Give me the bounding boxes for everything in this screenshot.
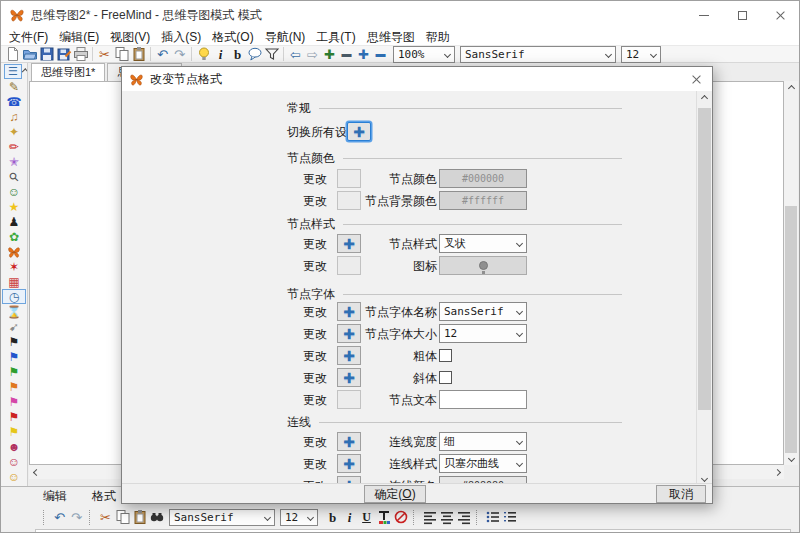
cut-button[interactable]: ✂ [96,46,113,63]
redo-button[interactable]: ↷ [68,509,85,526]
value-dropdown[interactable]: 细 [439,432,527,451]
save-button[interactable] [38,46,55,63]
magnifier-button[interactable]: ⚲ [2,169,26,184]
flag-black-button[interactable]: ⚑ [2,334,26,349]
people-pair-button[interactable]: ☻ [2,439,26,454]
change-toggle-button[interactable] [337,169,361,188]
butterfly-button[interactable] [2,244,26,259]
value-dropdown[interactable]: 叉状 [439,234,527,253]
font-color-button[interactable] [375,509,392,526]
find-button[interactable] [148,509,165,526]
note-menu-item[interactable]: 格式 [92,488,116,505]
flag-green-button[interactable]: ⚑ [2,364,26,379]
scroll-down-arrow[interactable] [784,451,798,465]
align-center-button[interactable] [438,509,455,526]
toggle-all-button[interactable]: ✚ [347,122,371,141]
align-right-button[interactable] [455,509,472,526]
vertical-scrollbar[interactable] [784,81,798,465]
note-bubble-button[interactable] [246,46,263,63]
bullet-list-button[interactable] [484,509,501,526]
change-toggle-button[interactable] [337,256,361,275]
person-yellow-button[interactable]: ☺ [2,469,26,484]
paste-button[interactable] [130,46,147,63]
flag-red-button[interactable]: ⚑ [2,409,26,424]
close-button[interactable] [761,1,799,29]
redo-button[interactable]: ↷ [171,46,188,63]
star-button[interactable]: ★ [2,199,26,214]
scroll-left-arrow[interactable] [29,465,43,479]
align-left-button[interactable] [421,509,438,526]
menu-item[interactable]: 文件(F) [9,29,48,46]
remove-format-button[interactable] [392,509,409,526]
italic-button[interactable]: i [341,509,358,526]
cut-button[interactable]: ✂ [97,509,114,526]
undo-button[interactable]: ↶ [51,509,68,526]
zoom-dropdown[interactable]: 100% [393,46,455,63]
copy-button[interactable] [113,46,130,63]
flag-orange-button[interactable]: ⚑ [2,379,26,394]
open-button[interactable] [21,46,38,63]
font-dropdown[interactable]: SansSerif [460,46,616,63]
menu-item[interactable]: 工具(T) [316,29,355,46]
music-button[interactable]: ♫ [2,109,26,124]
edit-note-button[interactable]: ✎ [2,79,26,94]
dialog-scrollbar[interactable] [696,91,712,485]
hourglass-button[interactable]: ⌛ [2,304,26,319]
dialog-close-button[interactable] [680,67,712,90]
value-dropdown[interactable]: SansSerif [439,302,527,321]
flag-blue-button[interactable]: ⚑ [2,349,26,364]
ok-button[interactable]: 确定(O) [364,485,426,503]
change-toggle-button[interactable] [337,191,361,210]
pencil-red-button[interactable]: ✏ [2,139,26,154]
new-file-button[interactable] [4,46,21,63]
maximize-button[interactable] [723,1,761,29]
dialog-scroll-up[interactable] [697,91,712,105]
save-as-button[interactable] [55,46,72,63]
italic-button[interactable]: i [212,46,229,63]
filter-button[interactable] [263,46,280,63]
menu-item[interactable]: 导航(N) [265,29,306,46]
plus-green-button[interactable]: ✚ [321,46,338,63]
bold-checkbox[interactable] [439,349,452,362]
bold-button[interactable]: b [324,509,341,526]
menu-item[interactable]: 帮助 [426,29,450,46]
numbered-list-button[interactable] [501,509,518,526]
document-tab[interactable]: 思维导图1* [31,63,105,81]
underline-button[interactable]: U [358,509,375,526]
minimize-button[interactable] [685,1,723,29]
node-text-input[interactable] [439,390,527,409]
minus-blue-button[interactable]: ▬ [372,46,389,63]
change-toggle-button[interactable]: ✚ [337,346,361,365]
change-toggle-button[interactable]: ✚ [337,432,361,451]
dialog-scroll-thumb[interactable] [698,108,711,410]
change-toggle-button[interactable]: ✚ [337,324,361,343]
change-toggle-button[interactable]: ✚ [337,454,361,473]
print-button[interactable] [72,46,89,63]
menu-item[interactable]: 视图(V) [110,29,150,46]
note-font-size-dropdown[interactable]: 12 [280,509,318,526]
bird-red-button[interactable]: ✶ [2,259,26,274]
flag-yellow-button[interactable]: ⚑ [2,424,26,439]
back-button[interactable]: ⇦ [287,46,304,63]
value-dropdown[interactable]: 贝塞尔曲线 [439,454,527,473]
note-font-dropdown[interactable]: SansSerif [169,509,275,526]
italic-checkbox[interactable] [439,371,452,384]
change-toggle-button[interactable]: ✚ [337,302,361,321]
lightbulb-button[interactable] [195,46,212,63]
menu-item[interactable]: 思维导图 [367,29,415,46]
phone-button[interactable]: ☎ [2,94,26,109]
menu-item[interactable]: 格式(O) [212,29,253,46]
scroll-right-arrow[interactable] [770,465,784,479]
person-red-button[interactable]: ☺ [2,454,26,469]
note-menu-item[interactable]: 编辑 [43,488,67,505]
change-toggle-button[interactable]: ✚ [337,368,361,387]
change-toggle-button[interactable]: ✚ [337,234,361,253]
font-size-dropdown[interactable]: 12 [621,46,661,63]
change-toggle-button[interactable] [337,390,361,409]
minus-gray-button[interactable]: ▬ [338,46,355,63]
note-editor[interactable] [35,529,791,533]
flower-button[interactable]: ✿ [2,229,26,244]
menu-item[interactable]: 插入(S) [161,29,201,46]
key-button[interactable]: ✦ [2,124,26,139]
menu-item[interactable]: 编辑(E) [59,29,99,46]
